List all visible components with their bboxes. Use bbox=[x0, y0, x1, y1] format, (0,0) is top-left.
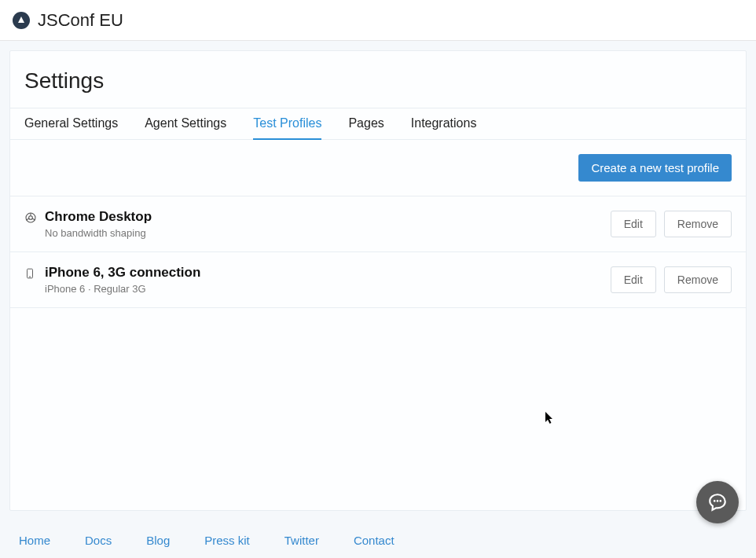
profile-title: iPhone 6, 3G connection bbox=[45, 265, 200, 281]
profile-subtitle: No bandwidth shaping bbox=[45, 227, 152, 239]
profile-subtitle: iPhone 6 · Regular 3G bbox=[45, 283, 200, 295]
profile-actions: Edit Remove bbox=[611, 266, 732, 293]
svg-point-9 bbox=[719, 500, 721, 502]
svg-line-3 bbox=[32, 218, 35, 220]
profile-info: iPhone 6, 3G connection iPhone 6 · Regul… bbox=[24, 265, 200, 295]
edit-button[interactable]: Edit bbox=[611, 266, 656, 293]
profile-row: Chrome Desktop No bandwidth shaping Edit… bbox=[10, 196, 746, 252]
footer: Home Docs Blog Press kit Twitter Contact bbox=[0, 523, 756, 558]
tab-integrations[interactable]: Integrations bbox=[411, 108, 477, 140]
footer-link-docs[interactable]: Docs bbox=[85, 534, 112, 547]
profile-row: iPhone 6, 3G connection iPhone 6 · Regul… bbox=[10, 252, 746, 308]
page-title: Settings bbox=[10, 51, 746, 108]
brand-name: JSConf EU bbox=[38, 10, 123, 31]
brand[interactable]: JSConf EU bbox=[13, 10, 123, 31]
profile-info: Chrome Desktop No bandwidth shaping bbox=[24, 209, 152, 239]
svg-line-4 bbox=[27, 218, 29, 220]
chrome-icon bbox=[24, 211, 37, 224]
tab-agent-settings[interactable]: Agent Settings bbox=[145, 108, 226, 140]
footer-link-press-kit[interactable]: Press kit bbox=[204, 534, 250, 547]
settings-panel: Settings General Settings Agent Settings… bbox=[9, 50, 747, 511]
footer-link-home[interactable]: Home bbox=[19, 534, 50, 547]
toolbar: Create a new test profile bbox=[10, 140, 746, 196]
remove-button[interactable]: Remove bbox=[664, 211, 732, 237]
create-test-profile-button[interactable]: Create a new test profile bbox=[578, 154, 732, 182]
profile-title: Chrome Desktop bbox=[45, 209, 152, 225]
tab-pages[interactable]: Pages bbox=[348, 108, 384, 140]
svg-point-1 bbox=[29, 216, 33, 220]
tabs: General Settings Agent Settings Test Pro… bbox=[10, 108, 746, 140]
brand-logo-icon bbox=[13, 12, 30, 29]
topbar: JSConf EU bbox=[0, 0, 756, 41]
chat-widget-button[interactable] bbox=[696, 481, 739, 523]
phone-icon bbox=[24, 267, 37, 280]
edit-button[interactable]: Edit bbox=[611, 211, 656, 237]
remove-button[interactable]: Remove bbox=[664, 266, 732, 293]
svg-point-7 bbox=[714, 500, 716, 502]
footer-link-contact[interactable]: Contact bbox=[354, 534, 395, 547]
footer-link-blog[interactable]: Blog bbox=[146, 534, 170, 547]
svg-point-8 bbox=[717, 500, 719, 502]
tab-test-profiles[interactable]: Test Profiles bbox=[253, 108, 321, 140]
footer-link-twitter[interactable]: Twitter bbox=[284, 534, 319, 547]
tab-general-settings[interactable]: General Settings bbox=[24, 108, 118, 140]
profile-actions: Edit Remove bbox=[611, 211, 732, 237]
